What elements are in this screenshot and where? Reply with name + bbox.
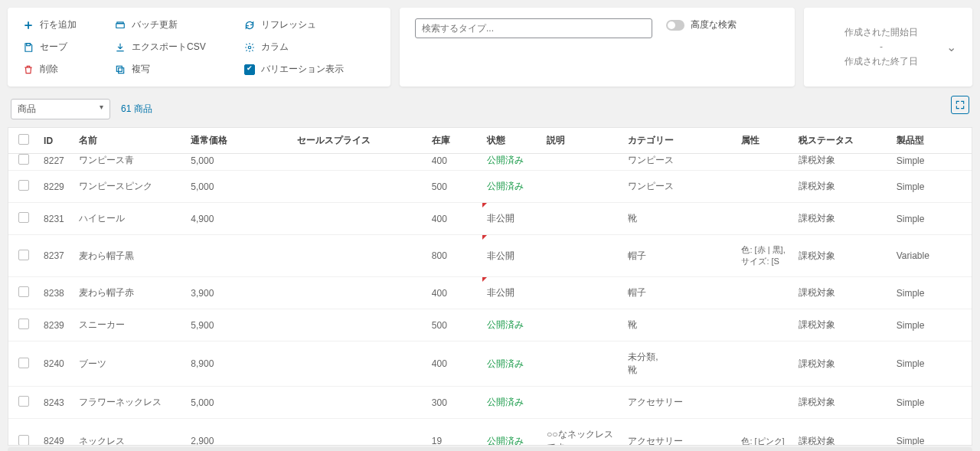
cell-id[interactable]: 8249 xyxy=(39,419,74,445)
cell-name[interactable]: ハイヒール xyxy=(74,203,186,235)
cell-tax[interactable]: 課税対象 xyxy=(794,171,892,203)
cell-price[interactable]: 5,000 xyxy=(186,387,292,419)
table-row[interactable]: 8227 ワンピース青 5,000 400 公開済み ワンピース 課税対象 Si… xyxy=(8,154,972,171)
cell-sale[interactable] xyxy=(292,235,427,277)
cell-id[interactable]: 8229 xyxy=(39,171,74,203)
cell-type[interactable]: Simple xyxy=(892,309,972,342)
table-row[interactable]: 8238 麦わら帽子赤 3,900 400 非公開 帽子 課税対象 Simple xyxy=(8,277,972,309)
row-checkbox[interactable] xyxy=(18,319,29,329)
cell-stock[interactable]: 400 xyxy=(427,154,482,171)
cell-status[interactable]: 公開済み xyxy=(482,342,542,387)
row-checkbox[interactable] xyxy=(18,250,29,260)
cell-stock[interactable]: 500 xyxy=(427,171,482,203)
cell-name[interactable]: スニーカー xyxy=(74,309,186,342)
cell-stock[interactable]: 300 xyxy=(427,387,482,419)
cell-stock[interactable]: 800 xyxy=(427,235,482,277)
cell-status[interactable]: 非公開 xyxy=(482,277,542,309)
horizontal-scrollbar[interactable] xyxy=(8,447,972,451)
col-tax[interactable]: 税ステータス xyxy=(794,128,892,154)
複写-button[interactable]: 複写 xyxy=(115,63,206,76)
cell-desc[interactable] xyxy=(542,203,623,235)
cell-tax[interactable]: 課税対象 xyxy=(794,154,892,171)
col-id[interactable]: ID xyxy=(39,128,74,154)
cell-cat[interactable]: 帽子 xyxy=(623,235,737,277)
row-checkbox[interactable] xyxy=(18,286,29,297)
cell-type[interactable]: Simple xyxy=(892,171,972,203)
table-row[interactable]: 8243 フラワーネックレス 5,000 300 公開済み アクセサリー 課税対… xyxy=(8,387,972,419)
エクスポートCSV-button[interactable]: エクスポートCSV xyxy=(115,41,206,54)
cell-type[interactable]: Simple xyxy=(892,387,972,419)
col-name[interactable]: 名前 xyxy=(74,128,186,154)
cell-status[interactable]: 非公開 xyxy=(482,235,542,277)
cell-status[interactable]: 公開済み xyxy=(482,309,542,342)
cell-price[interactable]: 5,000 xyxy=(186,171,292,203)
cell-cat[interactable]: 未分類, 靴 xyxy=(623,342,737,387)
cell-id[interactable]: 8237 xyxy=(39,235,74,277)
cell-status[interactable]: 公開済み xyxy=(482,154,542,171)
cell-id[interactable]: 8240 xyxy=(39,342,74,387)
cell-attr[interactable] xyxy=(737,171,793,203)
cell-desc[interactable] xyxy=(542,171,623,203)
cell-desc[interactable]: ○○なネックレスです。 xyxy=(542,419,623,445)
cell-price[interactable]: 2,900 xyxy=(186,419,292,445)
cell-id[interactable]: 8231 xyxy=(39,203,74,235)
entity-type-dropdown[interactable]: 商品 xyxy=(11,99,110,119)
cell-tax[interactable]: 課税対象 xyxy=(794,203,892,235)
バッチ更新-button[interactable]: バッチ更新 xyxy=(115,18,206,31)
col-attr[interactable]: 属性 xyxy=(737,128,793,154)
row-checkbox[interactable] xyxy=(18,358,29,368)
cell-cat[interactable]: 靴 xyxy=(623,203,737,235)
cell-type[interactable]: Variable xyxy=(892,235,972,277)
cell-status[interactable]: 非公開 xyxy=(482,203,542,235)
fullscreen-button[interactable] xyxy=(951,96,969,114)
cell-attr[interactable] xyxy=(737,277,793,309)
date-range-panel[interactable]: 作成された開始日 - 作成された終了日 ⌄ xyxy=(804,8,972,87)
table-row[interactable]: 8229 ワンピースピンク 5,000 500 公開済み ワンピース 課税対象 … xyxy=(8,171,972,203)
cell-type[interactable]: Simple xyxy=(892,154,972,171)
cell-sale[interactable] xyxy=(292,419,427,445)
cell-id[interactable]: 8243 xyxy=(39,387,74,419)
col-desc[interactable]: 説明 xyxy=(542,128,623,154)
cell-name[interactable]: ワンピース青 xyxy=(74,154,186,171)
cell-tax[interactable]: 課税対象 xyxy=(794,387,892,419)
削除-button[interactable]: 削除 xyxy=(23,63,77,76)
cell-type[interactable]: Simple xyxy=(892,419,972,445)
col-sale[interactable]: セールスプライス xyxy=(292,128,427,154)
search-input[interactable] xyxy=(415,18,652,38)
cell-status[interactable]: 公開済み xyxy=(482,387,542,419)
リフレッシュ-button[interactable]: リフレッシュ xyxy=(244,18,344,31)
table-row[interactable]: 8231 ハイヒール 4,900 400 非公開 靴 課税対象 Simple xyxy=(8,203,972,235)
col-cat[interactable]: カテゴリー xyxy=(623,128,737,154)
col-status[interactable]: 状態 xyxy=(482,128,542,154)
cell-price[interactable]: 8,900 xyxy=(186,342,292,387)
cell-name[interactable]: ネックレス xyxy=(74,419,186,445)
col-stock[interactable]: 在庫 xyxy=(427,128,482,154)
cell-tax[interactable]: 課税対象 xyxy=(794,235,892,277)
cell-status[interactable]: 公開済み xyxy=(482,419,542,445)
row-checkbox[interactable] xyxy=(18,212,29,223)
cell-price[interactable]: 3,900 xyxy=(186,277,292,309)
row-checkbox[interactable] xyxy=(18,435,29,446)
col-price[interactable]: 通常価格 xyxy=(186,128,292,154)
col-type[interactable]: 製品型 xyxy=(892,128,972,154)
cell-name[interactable]: ブーツ xyxy=(74,342,186,387)
cell-attr[interactable]: 色: [ピンク] xyxy=(737,419,793,445)
cell-name[interactable]: フラワーネックレス xyxy=(74,387,186,419)
cell-tax[interactable]: 課税対象 xyxy=(794,309,892,342)
カラム-button[interactable]: カラム xyxy=(244,41,344,54)
cell-attr[interactable] xyxy=(737,203,793,235)
cell-cat[interactable]: アクセサリー xyxy=(623,419,737,445)
cell-tax[interactable]: 課税対象 xyxy=(794,419,892,445)
cell-cat[interactable]: アクセサリー xyxy=(623,387,737,419)
cell-attr[interactable] xyxy=(737,309,793,342)
row-checkbox[interactable] xyxy=(18,154,29,165)
cell-desc[interactable] xyxy=(542,387,623,419)
cell-stock[interactable]: 19 xyxy=(427,419,482,445)
product-count[interactable]: 61 商品 xyxy=(121,103,152,116)
cell-cat[interactable]: ワンピース xyxy=(623,154,737,171)
row-checkbox[interactable] xyxy=(18,180,29,191)
row-checkbox[interactable] xyxy=(18,396,29,407)
cell-desc[interactable] xyxy=(542,277,623,309)
cell-cat[interactable]: 帽子 xyxy=(623,277,737,309)
cell-attr[interactable]: 色: [赤 | 黒], サイズ: [S xyxy=(737,235,793,277)
